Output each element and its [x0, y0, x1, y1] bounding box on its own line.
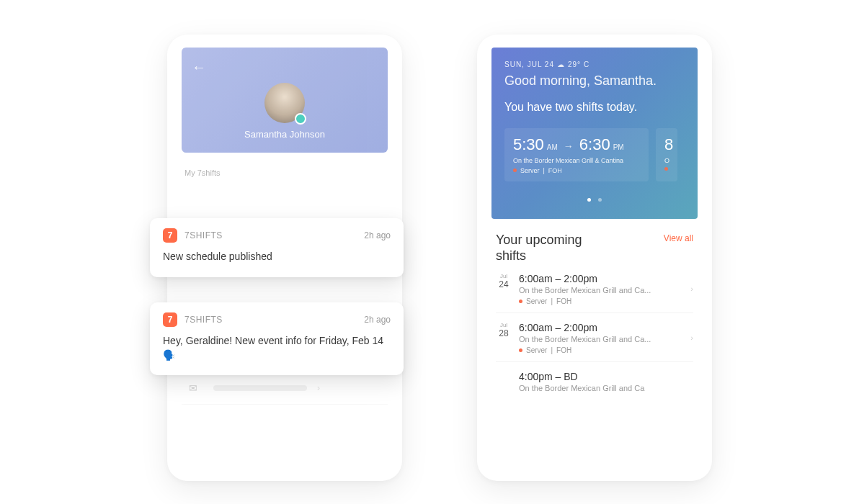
phone-right: SUN, JUL 24 ☁ 29° C Good morning, Samant…: [477, 35, 712, 481]
shift-location: On the Border Mexican Grill & Cantina: [513, 157, 640, 164]
shift-location: O: [664, 157, 669, 164]
shift-dept: FOH: [556, 346, 571, 354]
shift-role: Server: [520, 167, 540, 174]
chevron-right-icon: ›: [690, 284, 693, 293]
shift-end-ampm: PM: [613, 143, 624, 151]
pager[interactable]: [504, 192, 685, 204]
app-icon: 7: [163, 312, 177, 327]
shift-tags: Server | FOH: [513, 167, 640, 174]
chevron-right-icon: ›: [317, 383, 320, 393]
divider: |: [543, 167, 545, 174]
upcoming-title: Your upcoming shifts: [496, 232, 597, 264]
notification-card[interactable]: 7 7SHIFTS 2h ago New schedule published: [150, 218, 404, 277]
shift-dept: FOH: [556, 297, 571, 305]
notification-card[interactable]: 7 7SHIFTS 2h ago Hey, Geraldine! New eve…: [150, 302, 404, 375]
shift-start-time: 5:30: [513, 135, 544, 154]
shift-cards[interactable]: 5:30 AM → 6:30 PM On the Border Mexican …: [504, 128, 685, 181]
arrow-right-icon: →: [564, 140, 574, 152]
notification-time: 2h ago: [364, 315, 391, 325]
placeholder-bar: [213, 385, 307, 391]
shift-card-peek[interactable]: 8 O: [656, 128, 677, 181]
weather-icon: ☁: [557, 60, 565, 68]
date-day: 28: [496, 328, 512, 338]
date-month: Jul: [496, 322, 512, 328]
date-day: 24: [496, 279, 512, 289]
notification-app-name: 7SHIFTS: [184, 230, 357, 240]
shift-time-range: 6:00am – 2:00pm: [519, 273, 683, 284]
shift-start-time: 8: [664, 135, 673, 154]
notification-body: New schedule published: [163, 250, 391, 264]
profile-card: ← Samantha Johnson: [182, 48, 388, 153]
pager-dot[interactable]: [598, 198, 602, 202]
date-month: Jul: [496, 273, 512, 279]
role-dot-icon: [664, 167, 668, 171]
avatar-wrap[interactable]: [264, 83, 305, 123]
shift-role: Server: [526, 346, 547, 354]
hero-temp: 29° C: [568, 60, 589, 68]
hero-date-row: SUN, JUL 24 ☁ 29° C: [504, 60, 685, 68]
upcoming-shift-row[interactable]: 4:00pm – BD On the Border Mexican Grill …: [496, 362, 693, 400]
notification-body: Hey, Geraldine! New event info for Frida…: [163, 334, 391, 362]
shift-end-time: 6:30: [579, 135, 610, 154]
hero-card: SUN, JUL 24 ☁ 29° C Good morning, Samant…: [491, 48, 698, 219]
hero-greeting: Good morning, Samantha.: [504, 73, 685, 89]
upcoming-shift-row[interactable]: Jul 24 6:00am – 2:00pm On the Border Mex…: [496, 264, 693, 313]
shift-card[interactable]: 5:30 AM → 6:30 PM On the Border Mexican …: [504, 128, 649, 181]
shift-venue: On the Border Mexican Grill and Ca...: [519, 335, 683, 343]
section-label: My 7shifts: [184, 168, 385, 177]
back-arrow-icon[interactable]: ←: [192, 59, 378, 76]
view-all-link[interactable]: View all: [664, 233, 693, 243]
shift-time-range: 6:00am – 2:00pm: [519, 322, 683, 333]
shift-time-range: 4:00pm – BD: [519, 371, 693, 382]
settings-row[interactable]: ✉ ›: [182, 372, 388, 405]
chevron-right-icon: ›: [690, 333, 693, 342]
avatar-status-badge: [295, 113, 306, 125]
app-icon: 7: [163, 228, 177, 243]
notification-app-name: 7SHIFTS: [184, 315, 357, 325]
notification-time: 2h ago: [364, 230, 391, 240]
divider: |: [551, 346, 553, 354]
shift-dept: FOH: [548, 167, 562, 174]
hero-date: SUN, JUL 24: [504, 60, 554, 68]
upcoming-section: Your upcoming shifts View all Jul 24 6:0…: [491, 219, 698, 400]
hero-message: You have two shifts today.: [504, 99, 685, 115]
profile-name: Samantha Johnson: [192, 129, 378, 140]
shift-role: Server: [526, 297, 547, 305]
role-dot-icon: [519, 300, 522, 303]
mail-icon: ✉: [186, 382, 200, 394]
shift-start-ampm: AM: [547, 143, 558, 151]
role-dot-icon: [519, 348, 522, 352]
shift-venue: On the Border Mexican Grill and Ca: [519, 384, 693, 392]
upcoming-shift-row[interactable]: Jul 28 6:00am – 2:00pm On the Border Mex…: [496, 313, 693, 362]
shift-venue: On the Border Mexican Grill and Ca...: [519, 286, 683, 294]
divider: |: [551, 297, 553, 305]
role-dot-icon: [513, 168, 517, 172]
pager-dot-active[interactable]: [587, 198, 591, 202]
